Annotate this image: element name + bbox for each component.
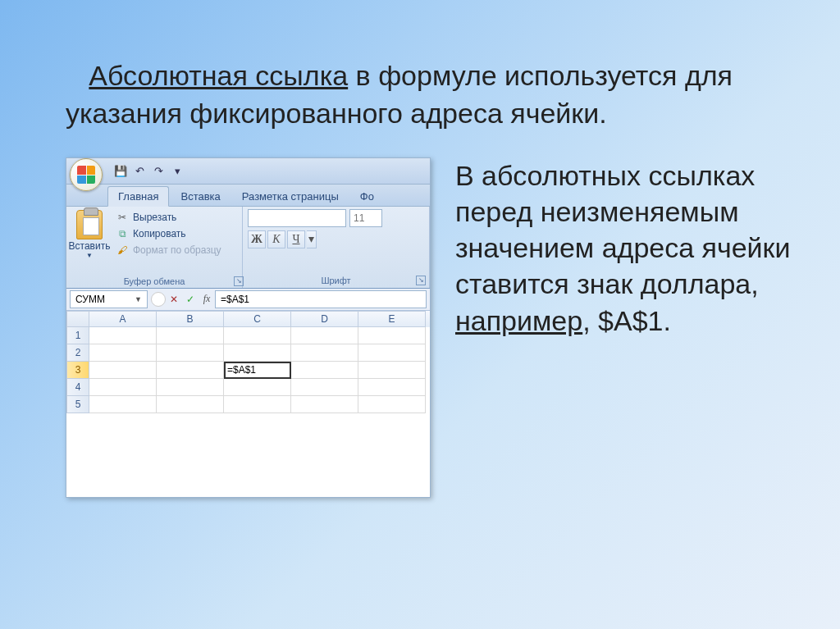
group-clipboard: Вставить ▼ ✂ Вырезать ⧉ Копиров [66,207,243,288]
ribbon: Вставить ▼ ✂ Вырезать ⧉ Копиров [66,207,430,289]
column-header[interactable]: B [157,311,224,327]
cell[interactable] [291,327,358,344]
bold-button[interactable]: Ж [248,230,266,248]
cell[interactable] [157,396,224,413]
copy-label: Копировать [133,228,186,239]
office-button[interactable] [70,158,103,191]
format-painter-label: Формат по образцу [133,244,221,256]
explanation-part1: В абсолютных ссылках перед неизменяемым … [455,160,790,300]
tab-insert[interactable]: Вставка [171,187,230,206]
titlebar: 💾 ↶ ↷ ▾ [66,158,430,185]
paste-icon [76,210,103,239]
select-all-corner[interactable] [66,311,89,327]
brush-icon: 🖌 [116,244,129,257]
column-headers: A B C D E [66,311,430,327]
scissors-icon: ✂ [116,211,129,224]
row-header[interactable]: 4 [66,379,89,396]
font-size-combo[interactable]: 11 [349,209,382,227]
cell[interactable] [291,344,358,362]
expand-icon[interactable]: ↘ [234,276,244,286]
cell[interactable] [89,327,157,344]
cell[interactable] [224,379,291,396]
column-header[interactable]: A [89,311,157,327]
formula-input[interactable]: =$A$1 [215,290,427,308]
cell[interactable] [89,379,157,396]
underline-button[interactable]: Ч [287,230,305,248]
cell[interactable] [89,344,157,362]
explanation-part2: , $A$1. [582,305,671,336]
cell-active[interactable]: =$A$1 [224,362,291,379]
cell[interactable] [358,327,426,344]
column-header[interactable]: D [291,311,358,327]
confirm-button[interactable]: ✓ [182,291,199,308]
cell[interactable] [358,344,426,362]
qat-dropdown-icon[interactable]: ▾ [169,162,185,179]
chevron-down-icon[interactable]: ▼ [135,295,142,303]
cell[interactable] [89,362,157,379]
tab-page-layout[interactable]: Разметка страницы [232,187,349,206]
group-clipboard-label: Буфер обмена ↘ [66,275,242,288]
example-underlined: например [455,305,582,336]
format-painter-button[interactable]: 🖌 Формат по образцу [114,243,223,258]
font-name-combo[interactable] [248,209,346,227]
cell[interactable] [358,396,426,413]
row-header[interactable]: 5 [66,396,89,413]
cell[interactable] [358,362,426,379]
row-header[interactable]: 2 [66,344,89,362]
undo-icon[interactable]: ↶ [131,162,148,179]
spreadsheet-grid[interactable]: A B C D E 1 2 3 =$A$1 [66,311,430,497]
cut-label: Вырезать [133,212,176,223]
ribbon-tabs: Главная Вставка Разметка страницы Фо [66,185,430,207]
copy-button[interactable]: ⧉ Копировать [114,226,223,241]
circle-icon [151,292,166,307]
grid-row: 2 [66,344,430,362]
redo-icon[interactable]: ↷ [150,162,167,179]
group-font: 11 Ж К Ч ▾ Шрифт ↘ [243,207,430,288]
paragraph-definition: Абсолютная ссылка в формуле используется… [66,57,799,133]
cell[interactable] [157,379,224,396]
cell[interactable] [157,362,224,379]
term-underlined: Абсолютная ссылка [89,60,348,91]
cut-button[interactable]: ✂ Вырезать [114,210,223,225]
cell[interactable] [89,396,157,413]
save-icon[interactable]: 💾 [112,162,129,179]
tab-formulas-partial[interactable]: Фо [350,187,384,206]
grid-row: 1 [66,327,430,344]
office-logo-icon [77,166,95,184]
cell[interactable] [358,379,426,396]
quick-access-toolbar: 💾 ↶ ↷ ▾ [112,162,185,179]
fx-button[interactable]: fx [199,291,215,308]
excel-screenshot: 💾 ↶ ↷ ▾ Главная Вставка Разметка страниц… [66,157,431,498]
expand-icon[interactable]: ↘ [416,276,426,285]
grid-row: 4 [66,379,430,396]
cell[interactable] [224,396,291,413]
cell[interactable] [291,396,358,413]
grid-row: 5 [66,396,430,413]
cell[interactable] [224,327,291,344]
cell[interactable] [157,344,224,362]
paste-button[interactable]: Вставить ▼ [70,210,109,275]
paragraph-explanation: В абсолютных ссылках перед неизменяемым … [455,157,799,339]
row-header[interactable]: 3 [66,362,89,379]
name-box[interactable]: СУММ ▼ [70,290,148,308]
italic-button[interactable]: К [267,230,285,248]
paste-label: Вставить [69,240,111,252]
group-font-label: Шрифт ↘ [248,274,424,287]
cell[interactable] [157,327,224,344]
row-header[interactable]: 1 [66,327,89,344]
cell[interactable] [291,362,358,379]
cancel-button[interactable]: ✕ [166,291,182,308]
chevron-down-icon[interactable]: ▾ [307,230,317,248]
chevron-down-icon: ▼ [86,252,93,259]
column-header[interactable]: E [358,311,426,327]
column-header[interactable]: C [224,311,291,327]
formula-bar: СУММ ▼ ✕ ✓ fx =$A$1 [66,289,430,311]
cell[interactable] [224,344,291,362]
grid-row: 3 =$A$1 [66,362,430,379]
copy-icon: ⧉ [116,227,129,240]
tab-home[interactable]: Главная [107,186,169,207]
cell[interactable] [291,379,358,396]
